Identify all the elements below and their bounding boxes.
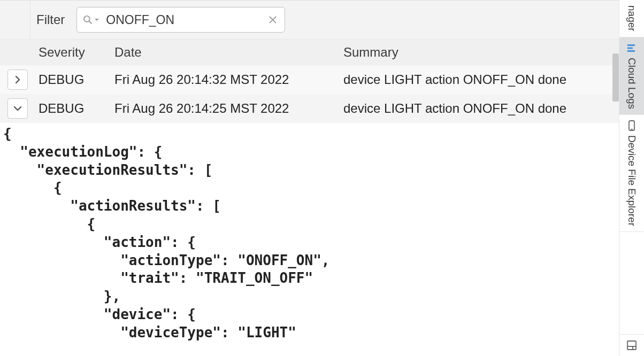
clear-icon[interactable]: [266, 13, 279, 26]
svg-point-0: [84, 16, 90, 22]
rail-label: Device File Explorer: [626, 135, 638, 226]
chevron-down-icon: [13, 104, 22, 113]
log-row[interactable]: DEBUG Fri Aug 26 20:14:32 MST 2022 devic…: [0, 65, 619, 94]
col-severity: Severity: [39, 45, 114, 60]
right-tool-rail: nager Cloud Logs Device File Explorer: [619, 0, 644, 356]
cell-summary: device LIGHT action ONOFF_ON done: [343, 101, 619, 116]
search-icon[interactable]: [82, 14, 99, 25]
rail-tab-manager-partial[interactable]: nager: [619, 0, 644, 37]
svg-rect-6: [627, 50, 635, 52]
cell-severity: DEBUG: [39, 72, 114, 87]
chevron-down-icon: [94, 17, 99, 22]
filter-input[interactable]: [105, 12, 266, 28]
cell-date: Fri Aug 26 20:14:32 MST 2022: [114, 72, 343, 87]
rail-tab-bottom[interactable]: [619, 335, 644, 356]
col-date: Date: [114, 45, 343, 60]
log-detail-json: { "executionLog": { "executionResults": …: [0, 123, 619, 356]
svg-line-1: [89, 21, 92, 24]
col-summary: Summary: [343, 45, 619, 60]
rail-tab-cloud-logs[interactable]: Cloud Logs: [619, 37, 644, 114]
expand-toggle[interactable]: [7, 69, 28, 90]
svg-rect-5: [627, 47, 633, 49]
filter-bar: Filter: [0, 0, 619, 40]
panel-divider: [30, 1, 30, 39]
chevron-right-icon: [13, 75, 22, 84]
rail-label: nager: [626, 5, 638, 32]
rail-label: Cloud Logs: [626, 58, 638, 109]
cell-severity: DEBUG: [39, 101, 114, 116]
svg-rect-8: [631, 129, 633, 130]
rail-tab-device-file-explorer[interactable]: Device File Explorer: [619, 115, 644, 231]
device-icon: [627, 120, 637, 131]
svg-rect-4: [627, 44, 635, 46]
svg-rect-9: [627, 341, 636, 350]
log-row[interactable]: DEBUG Fri Aug 26 20:14:25 MST 2022 devic…: [0, 94, 619, 123]
filter-search-box[interactable]: [76, 7, 285, 33]
filter-label: Filter: [36, 12, 65, 27]
layout-icon: [626, 340, 637, 351]
log-table-header: Severity Date Summary: [0, 40, 619, 65]
expand-toggle[interactable]: [7, 98, 28, 119]
logs-icon: [626, 43, 637, 53]
cell-summary: device LIGHT action ONOFF_ON done: [343, 72, 619, 87]
cell-date: Fri Aug 26 20:14:25 MST 2022: [114, 101, 343, 116]
scrollbar-thumb[interactable]: [612, 53, 619, 102]
